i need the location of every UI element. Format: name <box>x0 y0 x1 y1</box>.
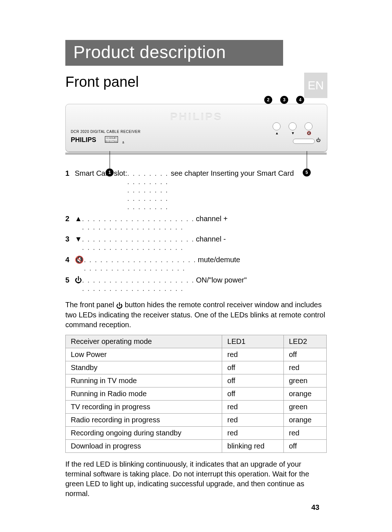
mute-button <box>305 122 313 130</box>
legend-val: mute/demute <box>198 256 240 264</box>
table-row: Running in TV modeoffgreen <box>66 374 327 387</box>
section-title: Product description <box>65 40 283 66</box>
power-button <box>293 139 315 144</box>
cell-led1: red <box>222 414 284 427</box>
channel-up-icon: ▲ <box>273 131 281 135</box>
table-row: Running in Radio modeofforange <box>66 387 327 401</box>
legend-row: 1Smart Card slot:. . . . . . . . . . . .… <box>65 169 327 211</box>
upgrade-note: If the red LED is blinking continuously,… <box>65 459 327 499</box>
channel-down-button <box>289 122 297 130</box>
col-mode: Receiver operating mode <box>66 335 222 348</box>
cell-led2: green <box>284 401 327 414</box>
dolby-logo: □□ DOLBY D I G I T A L <box>105 136 118 143</box>
cell-mode: Download in progress <box>66 440 222 453</box>
cell-mode: Running in Radio mode <box>66 387 222 401</box>
callout-1: 1 <box>106 168 114 176</box>
legend-val: see chapter Inserting your Smart Card <box>171 169 294 178</box>
cell-mode: Radio recording in progress <box>66 414 222 427</box>
cell-mode: Low Power <box>66 348 222 361</box>
cell-led2: orange <box>284 414 327 427</box>
legend-key: ▼ <box>75 235 82 243</box>
cell-led1: red <box>222 427 284 440</box>
cell-led2: off <box>284 440 327 453</box>
legend-dots: . . . . . . . . . . . . . . . . . . . . … <box>82 215 196 231</box>
callout-2: 2 <box>264 96 272 104</box>
table-row: Download in progressblinking redoff <box>66 440 327 453</box>
led-description: The front panel ⏻ button hides the remot… <box>65 300 327 330</box>
legend-num: 1 <box>65 169 75 178</box>
language-tab: EN <box>304 73 327 98</box>
subsection-title: Front panel <box>65 74 327 90</box>
legend-val: channel + <box>196 215 228 223</box>
legend-dots: . . . . . . . . . . . . . . . . . . . . … <box>82 235 196 252</box>
cell-mode: Running in TV mode <box>66 374 222 387</box>
table-row: Recording ongoing during standbyredred <box>66 427 327 440</box>
mute-icon: 🔇 <box>305 131 313 135</box>
cell-led1: blinking red <box>222 440 284 453</box>
legend-dots: . . . . . . . . . . . . . . . . . . . . … <box>127 169 171 211</box>
cell-mode: Standby <box>66 361 222 374</box>
channel-up-button <box>273 122 281 130</box>
legend-row: 2▲. . . . . . . . . . . . . . . . . . . … <box>65 215 327 231</box>
text-before-icon: The front panel <box>65 301 116 309</box>
front-panel-legend: 1Smart Card slot:. . . . . . . . . . . .… <box>65 169 327 293</box>
callout-5: 5 <box>303 168 311 176</box>
cell-led2: red <box>284 361 327 374</box>
legend-dots: . . . . . . . . . . . . . . . . . . . . … <box>82 276 196 293</box>
cell-led1: red <box>222 401 284 414</box>
led-status-table: Receiver operating mode LED1 LED2 Low Po… <box>65 335 327 453</box>
model-label: DCR 2020 DIGITAL CABLE RECEIVER <box>71 130 140 134</box>
cell-led1: off <box>222 374 284 387</box>
table-row: Low Powerredoff <box>66 348 327 361</box>
col-led1: LED1 <box>222 335 284 348</box>
legend-val: ON/"low power" <box>196 276 247 284</box>
callout-line <box>307 151 307 168</box>
legend-num: 4 <box>65 256 75 264</box>
cell-mode: TV recording in progress <box>66 401 222 414</box>
legend-num: 3 <box>65 235 75 243</box>
device-shadow <box>65 153 327 155</box>
legend-row: 3▼. . . . . . . . . . . . . . . . . . . … <box>65 235 327 252</box>
legend-key: Smart Card slot: <box>75 169 127 178</box>
legend-dots: . . . . . . . . . . . . . . . . . . . . … <box>84 256 198 272</box>
table-row: Radio recording in progressredorange <box>66 414 327 427</box>
cell-led1: off <box>222 361 284 374</box>
legend-row: 4🔇. . . . . . . . . . . . . . . . . . . … <box>65 255 327 272</box>
page-number: 43 <box>311 503 319 512</box>
table-row: Standbyoffred <box>66 361 327 374</box>
table-row: TV recording in progressredgreen <box>66 401 327 414</box>
power-icon: ⏻ <box>316 138 320 143</box>
brand-logo: PHILIPS <box>71 136 96 144</box>
channel-down-icon: ▼ <box>289 131 297 135</box>
col-led2: LED2 <box>284 335 327 348</box>
callout-3: 3 <box>280 96 288 104</box>
cell-led2: green <box>284 374 327 387</box>
receiver-device: PHILIPS DCR 2020 DIGITAL CABLE RECEIVER … <box>65 104 327 152</box>
legend-key: ▲ <box>75 215 82 223</box>
cell-mode: Recording ongoing during standby <box>66 427 222 440</box>
manual-page: Product description EN Front panel 2 3 4… <box>0 0 392 532</box>
legend-key: ⏻ <box>75 276 82 284</box>
cell-led1: off <box>222 387 284 401</box>
engraved-brand: PHILIPS <box>170 111 223 123</box>
legend-num: 5 <box>65 276 75 284</box>
cell-led2: off <box>284 348 327 361</box>
cell-led2: orange <box>284 387 327 401</box>
callout-line <box>110 151 110 168</box>
legend-key: 🔇 <box>75 255 84 264</box>
callout-4: 4 <box>296 96 304 104</box>
cell-led1: red <box>222 348 284 361</box>
legend-row: 5⏻. . . . . . . . . . . . . . . . . . . … <box>65 276 327 293</box>
power-icon-inline: ⏻ <box>116 301 123 310</box>
cell-led2: red <box>284 427 327 440</box>
front-panel-diagram: 2 3 4 PHILIPS DCR 2020 DIGITAL CABLE REC… <box>65 104 327 155</box>
legend-val: channel - <box>196 235 226 243</box>
cas-mark: ā <box>122 141 124 144</box>
legend-num: 2 <box>65 215 75 223</box>
